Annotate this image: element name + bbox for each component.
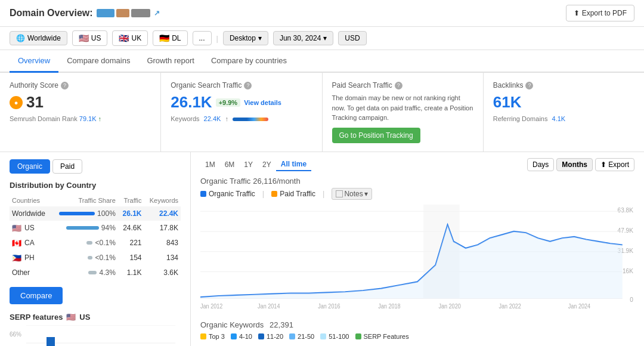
time-all[interactable]: All time <box>276 158 311 171</box>
svg-text:Jan 2012: Jan 2012 <box>200 302 222 310</box>
notes-button[interactable]: Notes ▾ <box>332 188 371 200</box>
export-chart-button[interactable]: ⬆ Export <box>595 158 634 171</box>
svg-text:Jan 2016: Jan 2016 <box>318 302 340 310</box>
col-countries: Countries <box>10 194 51 206</box>
51-100-legend[interactable]: 51-100 <box>320 333 349 340</box>
traffic-share: 94% <box>51 221 118 236</box>
chevron-notes: ▾ <box>364 190 368 198</box>
table-row: 🇵🇭PH<0.1%154134 <box>10 251 181 265</box>
keywords-bar <box>233 118 268 121</box>
serp-title: SERP features <box>10 313 63 322</box>
serp-bars-svg <box>26 325 175 347</box>
svg-text:47.9K: 47.9K <box>618 226 634 234</box>
backlinks-info-icon[interactable]: ? <box>525 82 533 89</box>
serp-chart: 66% 33% 0% <box>10 325 181 347</box>
date-label: Jun 30, 2024 <box>280 34 321 42</box>
keywords-value: 134 <box>144 251 181 265</box>
col-traffic-share: Traffic Share <box>51 194 118 206</box>
main-content: Organic Paid Distribution by Country Cou… <box>0 152 644 347</box>
authority-info-icon[interactable]: ? <box>61 82 69 89</box>
export-pdf-button[interactable]: ⬆ Export to PDF <box>566 5 634 21</box>
51-100-label: 51-100 <box>329 333 349 340</box>
paid-legend-dot <box>271 191 277 197</box>
top3-label: Top 3 <box>209 333 225 340</box>
tab-overview[interactable]: Overview <box>10 50 58 73</box>
filters-bar: 🌐 Worldwide 🇺🇸 US 🇬🇧 UK 🇩🇪 DL ... | Desk… <box>0 27 644 50</box>
goto-position-tracking-button[interactable]: Go to Position Tracking <box>332 128 420 143</box>
traffic-share: 4.3% <box>51 265 118 280</box>
worldwide-filter[interactable]: 🌐 Worldwide <box>10 31 67 45</box>
51-100-dot <box>320 333 326 339</box>
col-keywords: Keywords <box>144 194 181 206</box>
keywords-value: 3.6K <box>144 265 181 280</box>
view-details-link[interactable]: View details <box>244 99 281 106</box>
organic-legend-label: Organic Traffic <box>209 190 255 198</box>
compare-button[interactable]: Compare <box>10 287 63 304</box>
serp-country: US <box>79 313 90 322</box>
time-6m[interactable]: 6M <box>220 158 240 171</box>
uk-flag: 🇬🇧 <box>119 33 129 43</box>
4-10-legend[interactable]: 4-10 <box>231 333 252 340</box>
4-10-label: 4-10 <box>239 333 252 340</box>
organic-legend[interactable]: Organic Traffic <box>200 190 255 198</box>
tab-compare-domains[interactable]: Compare domains <box>58 50 138 73</box>
date-selector[interactable]: Jun 30, 2024 ▾ <box>273 31 333 45</box>
paid-toggle[interactable]: Paid <box>52 159 82 174</box>
organic-label: Organic Search Traffic ? <box>171 81 312 89</box>
dl-filter[interactable]: 🇩🇪 DL <box>153 30 187 46</box>
device-selector[interactable]: Desktop ▾ <box>223 31 268 45</box>
paid-label: Paid Search Traffic ? <box>332 81 473 89</box>
11-20-legend[interactable]: 11-20 <box>258 333 283 340</box>
organic-toggle[interactable]: Organic <box>10 159 50 174</box>
tab-growth-report[interactable]: Growth report <box>138 50 202 73</box>
currency-selector[interactable]: USD <box>338 31 366 45</box>
organic-info-icon[interactable]: ? <box>244 82 252 89</box>
referring-domains-link[interactable]: 4.1K <box>552 115 566 122</box>
months-button[interactable]: Months <box>556 158 593 171</box>
country-name: 🇨🇦CA <box>10 236 51 251</box>
days-button[interactable]: Days <box>527 158 554 171</box>
more-filter[interactable]: ... <box>193 31 212 45</box>
country-name: 🇺🇸US <box>10 221 51 236</box>
svg-text:16K: 16K <box>623 267 634 274</box>
top3-dot <box>200 333 206 339</box>
keywords-legend: Top 3 4-10 11-20 21-50 51-100 <box>200 333 634 340</box>
paid-legend[interactable]: Paid Traffic <box>271 190 315 198</box>
11-20-label: 11-20 <box>267 333 283 340</box>
header: Domain Overview: ↗ ⬆ Export to PDF <box>0 0 644 27</box>
svg-marker-29 <box>200 224 623 298</box>
organic-traffic-card: Organic Search Traffic ? 26.1K +9.9% Vie… <box>161 73 322 152</box>
left-panel: Organic Paid Distribution by Country Cou… <box>0 152 191 347</box>
semrush-rank-link[interactable]: 79.1K <box>79 115 97 122</box>
table-row: 🇺🇸US94%24.6K17.8K <box>10 221 181 236</box>
traffic-value: 1.1K <box>118 265 144 280</box>
uk-label: UK <box>131 34 141 42</box>
referring-domains: Referring Domains 4.1K <box>493 115 634 122</box>
separator: | <box>216 34 218 43</box>
svg-text:0: 0 <box>630 295 633 303</box>
backlinks-value: 61K <box>493 93 634 112</box>
serp-features-section: SERP features 🇺🇸 US 66% 33% 0% <box>10 313 181 347</box>
keywords-link[interactable]: 22.4K <box>204 115 221 122</box>
4-10-dot <box>231 333 237 339</box>
time-1m[interactable]: 1M <box>200 158 220 171</box>
table-row: Other4.3%1.1K3.6K <box>10 265 181 280</box>
time-1y[interactable]: 1Y <box>239 158 258 171</box>
external-link-icon[interactable]: ↗ <box>154 9 160 17</box>
table-row: Worldwide100%26.1K22.4K <box>10 206 181 221</box>
tab-compare-countries[interactable]: Compare by countries <box>203 50 295 73</box>
21-50-legend[interactable]: 21-50 <box>289 333 314 340</box>
serp-header: SERP features 🇺🇸 US <box>10 313 181 322</box>
paid-info-icon[interactable]: ? <box>395 82 402 89</box>
us-label: US <box>91 34 101 42</box>
serp-features-legend[interactable]: SERP Features <box>355 333 409 340</box>
time-2y[interactable]: 2Y <box>258 158 276 171</box>
us-filter[interactable]: 🇺🇸 US <box>72 30 108 46</box>
top3-legend[interactable]: Top 3 <box>200 333 225 340</box>
right-controls: Days Months ⬆ Export <box>527 158 634 171</box>
export-label: Export <box>608 160 629 169</box>
worldwide-label: Worldwide <box>27 34 61 42</box>
uk-filter[interactable]: 🇬🇧 UK <box>112 30 148 46</box>
chart-title: Organic Traffic 26,116/month <box>200 176 634 186</box>
21-50-label: 21-50 <box>298 333 314 340</box>
